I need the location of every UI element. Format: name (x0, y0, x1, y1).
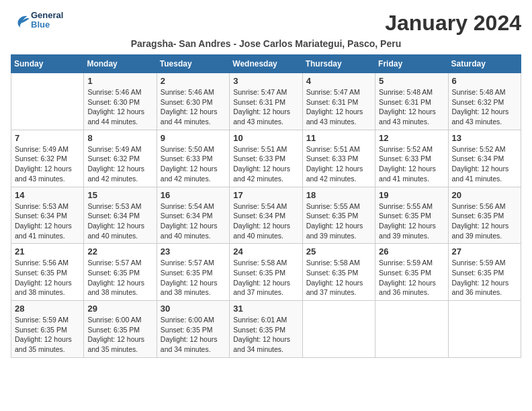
week-row-3: 14Sunrise: 5:53 AMSunset: 6:34 PMDayligh… (11, 187, 521, 244)
calendar-cell: 26Sunrise: 5:59 AMSunset: 6:35 PMDayligh… (375, 244, 448, 301)
day-info: Sunrise: 6:00 AMSunset: 6:35 PMDaylight:… (161, 315, 226, 355)
day-info: Sunrise: 5:58 AMSunset: 6:35 PMDaylight:… (306, 258, 371, 298)
calendar-cell: 8Sunrise: 5:49 AMSunset: 6:32 PMDaylight… (84, 130, 157, 187)
day-header-monday: Monday (84, 55, 157, 73)
day-info: Sunrise: 5:50 AMSunset: 6:33 PMDaylight:… (161, 144, 226, 184)
calendar-cell: 6Sunrise: 5:48 AMSunset: 6:32 PMDaylight… (448, 73, 521, 130)
day-number: 29 (87, 304, 152, 314)
day-number: 3 (233, 76, 298, 86)
day-info: Sunrise: 5:52 AMSunset: 6:34 PMDaylight:… (452, 144, 517, 184)
calendar-cell: 20Sunrise: 5:56 AMSunset: 6:35 PMDayligh… (448, 187, 521, 244)
day-info: Sunrise: 5:49 AMSunset: 6:32 PMDaylight:… (15, 144, 80, 184)
day-info: Sunrise: 5:52 AMSunset: 6:33 PMDaylight:… (379, 144, 444, 184)
logo: General Blue (11, 11, 63, 30)
day-info: Sunrise: 5:47 AMSunset: 6:31 PMDaylight:… (233, 87, 298, 127)
day-info: Sunrise: 5:46 AMSunset: 6:30 PMDaylight:… (87, 87, 152, 127)
calendar-cell: 5Sunrise: 5:48 AMSunset: 6:31 PMDaylight… (375, 73, 448, 130)
day-info: Sunrise: 5:57 AMSunset: 6:35 PMDaylight:… (161, 258, 226, 298)
calendar-cell: 7Sunrise: 5:49 AMSunset: 6:32 PMDaylight… (11, 130, 84, 187)
days-header-row: SundayMondayTuesdayWednesdayThursdayFrid… (11, 55, 521, 73)
month-title: January 2024 (385, 11, 521, 36)
calendar-cell: 30Sunrise: 6:00 AMSunset: 6:35 PMDayligh… (157, 301, 229, 358)
calendar-cell: 16Sunrise: 5:54 AMSunset: 6:34 PMDayligh… (157, 187, 229, 244)
day-number: 15 (87, 190, 152, 200)
day-info: Sunrise: 5:56 AMSunset: 6:35 PMDaylight:… (15, 258, 80, 298)
day-info: Sunrise: 5:48 AMSunset: 6:31 PMDaylight:… (379, 87, 444, 127)
calendar-cell: 12Sunrise: 5:52 AMSunset: 6:33 PMDayligh… (375, 130, 448, 187)
day-info: Sunrise: 5:56 AMSunset: 6:35 PMDaylight:… (452, 201, 517, 241)
calendar-cell: 15Sunrise: 5:53 AMSunset: 6:34 PMDayligh… (84, 187, 157, 244)
day-number: 12 (379, 133, 444, 143)
calendar-cell (302, 301, 375, 358)
calendar-cell: 11Sunrise: 5:51 AMSunset: 6:33 PMDayligh… (302, 130, 375, 187)
logo-general-text: General (31, 10, 63, 20)
week-row-1: 1Sunrise: 5:46 AMSunset: 6:30 PMDaylight… (11, 73, 521, 130)
day-header-thursday: Thursday (302, 55, 375, 73)
day-number: 14 (15, 190, 80, 200)
day-info: Sunrise: 5:48 AMSunset: 6:32 PMDaylight:… (452, 87, 517, 127)
day-number: 23 (161, 246, 226, 257)
day-number: 25 (306, 246, 371, 257)
day-number: 1 (87, 76, 152, 86)
calendar-table: SundayMondayTuesdayWednesdayThursdayFrid… (11, 54, 521, 358)
calendar-cell: 14Sunrise: 5:53 AMSunset: 6:34 PMDayligh… (11, 187, 84, 244)
day-header-friday: Friday (375, 55, 448, 73)
calendar-cell: 25Sunrise: 5:58 AMSunset: 6:35 PMDayligh… (302, 244, 375, 301)
day-number: 6 (452, 76, 517, 86)
day-number: 27 (452, 246, 517, 257)
calendar-cell (448, 301, 521, 358)
calendar-cell: 29Sunrise: 6:00 AMSunset: 6:35 PMDayligh… (84, 301, 157, 358)
day-number: 21 (15, 246, 80, 257)
calendar-cell (375, 301, 448, 358)
day-info: Sunrise: 5:51 AMSunset: 6:33 PMDaylight:… (306, 144, 371, 184)
calendar-cell: 23Sunrise: 5:57 AMSunset: 6:35 PMDayligh… (157, 244, 229, 301)
day-info: Sunrise: 5:57 AMSunset: 6:35 PMDaylight:… (87, 258, 152, 298)
day-info: Sunrise: 5:47 AMSunset: 6:31 PMDaylight:… (306, 87, 371, 127)
day-number: 13 (452, 133, 517, 143)
day-number: 4 (306, 76, 371, 86)
day-info: Sunrise: 5:51 AMSunset: 6:33 PMDaylight:… (233, 144, 298, 184)
calendar-header: SundayMondayTuesdayWednesdayThursdayFrid… (11, 55, 521, 73)
day-header-sunday: Sunday (11, 55, 84, 73)
day-info: Sunrise: 5:53 AMSunset: 6:34 PMDaylight:… (87, 201, 152, 241)
calendar-cell (11, 73, 84, 130)
calendar-cell: 18Sunrise: 5:55 AMSunset: 6:35 PMDayligh… (302, 187, 375, 244)
day-number: 5 (379, 76, 444, 86)
day-info: Sunrise: 5:46 AMSunset: 6:30 PMDaylight:… (161, 87, 226, 127)
calendar-cell: 21Sunrise: 5:56 AMSunset: 6:35 PMDayligh… (11, 244, 84, 301)
calendar-cell: 31Sunrise: 6:01 AMSunset: 6:35 PMDayligh… (230, 301, 302, 358)
day-info: Sunrise: 5:59 AMSunset: 6:35 PMDaylight:… (379, 258, 444, 298)
day-number: 31 (233, 304, 298, 314)
logo-bird-icon (12, 13, 31, 28)
day-info: Sunrise: 5:55 AMSunset: 6:35 PMDaylight:… (306, 201, 371, 241)
day-header-saturday: Saturday (448, 55, 521, 73)
day-info: Sunrise: 5:59 AMSunset: 6:35 PMDaylight:… (452, 258, 517, 298)
day-number: 16 (161, 190, 226, 200)
day-number: 9 (161, 133, 226, 143)
calendar-cell: 27Sunrise: 5:59 AMSunset: 6:35 PMDayligh… (448, 244, 521, 301)
day-number: 17 (233, 190, 298, 200)
day-info: Sunrise: 6:01 AMSunset: 6:35 PMDaylight:… (233, 315, 298, 355)
calendar-cell: 10Sunrise: 5:51 AMSunset: 6:33 PMDayligh… (230, 130, 302, 187)
day-header-wednesday: Wednesday (230, 55, 302, 73)
day-number: 19 (379, 190, 444, 200)
week-row-4: 21Sunrise: 5:56 AMSunset: 6:35 PMDayligh… (11, 244, 521, 301)
logo-blue-text: Blue (31, 19, 50, 30)
day-number: 22 (87, 246, 152, 257)
day-info: Sunrise: 5:54 AMSunset: 6:34 PMDaylight:… (161, 201, 226, 241)
calendar-body: 1Sunrise: 5:46 AMSunset: 6:30 PMDaylight… (11, 73, 521, 358)
day-info: Sunrise: 5:58 AMSunset: 6:35 PMDaylight:… (233, 258, 298, 298)
day-number: 2 (161, 76, 226, 86)
week-row-2: 7Sunrise: 5:49 AMSunset: 6:32 PMDaylight… (11, 130, 521, 187)
day-number: 10 (233, 133, 298, 143)
calendar-cell: 24Sunrise: 5:58 AMSunset: 6:35 PMDayligh… (230, 244, 302, 301)
week-row-5: 28Sunrise: 5:59 AMSunset: 6:35 PMDayligh… (11, 301, 521, 358)
day-number: 30 (161, 304, 226, 314)
day-number: 28 (15, 304, 80, 314)
day-info: Sunrise: 5:49 AMSunset: 6:32 PMDaylight:… (87, 144, 152, 184)
day-info: Sunrise: 5:54 AMSunset: 6:34 PMDaylight:… (233, 201, 298, 241)
calendar-cell: 4Sunrise: 5:47 AMSunset: 6:31 PMDaylight… (302, 73, 375, 130)
calendar-cell: 19Sunrise: 5:55 AMSunset: 6:35 PMDayligh… (375, 187, 448, 244)
day-number: 26 (379, 246, 444, 257)
day-number: 18 (306, 190, 371, 200)
